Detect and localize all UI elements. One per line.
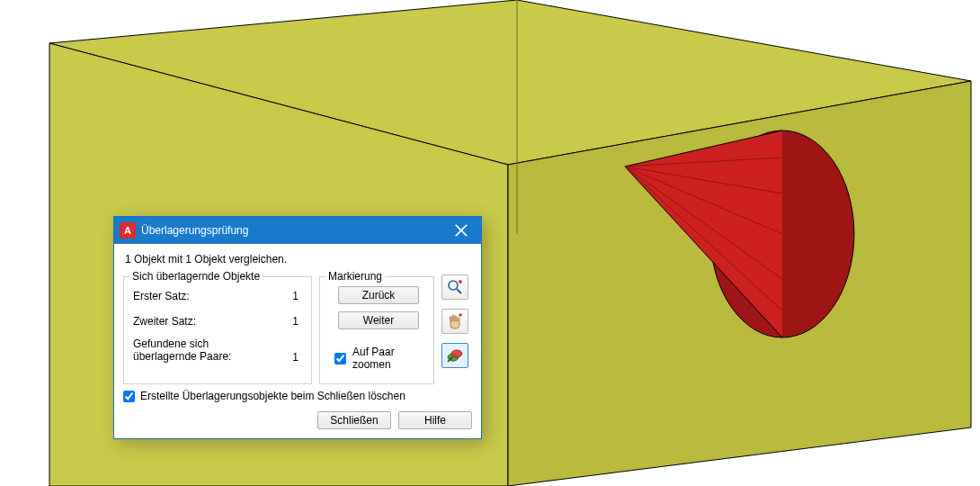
- app-icon: A: [120, 222, 136, 238]
- close-button[interactable]: Schließen: [317, 411, 391, 429]
- dialog-title: Überlagerungsprüfung: [141, 224, 441, 237]
- group-mark-legend: Markierung: [325, 270, 385, 283]
- second-set-label: Zweiter Satz:: [133, 315, 196, 328]
- second-set-value: 1: [292, 315, 302, 328]
- back-button[interactable]: Zurück: [338, 286, 419, 304]
- svg-line-12: [457, 289, 461, 293]
- first-set-label: Erster Satz:: [133, 290, 190, 302]
- delete-on-close-label: Erstellte Überlagerungsobjekte beim Schl…: [140, 390, 405, 402]
- next-button[interactable]: Weiter: [338, 311, 419, 329]
- magnifier-plus-icon: [446, 278, 464, 296]
- delete-on-close-checkbox[interactable]: [123, 391, 135, 402]
- group-overlap-legend: Sich überlagernde Objekte: [129, 270, 263, 283]
- zoom-pair-label: Auf Paar zoomen: [352, 346, 426, 371]
- pairs-found-label: Gefundene sich überlagernde Paare:: [133, 338, 231, 364]
- first-set-value: 1: [292, 290, 302, 302]
- zoom-extents-button[interactable]: [441, 274, 468, 300]
- highlight-pair-button[interactable]: [441, 343, 468, 368]
- group-marking: Markierung Zurück Weiter Auf Paar zoomen: [319, 276, 434, 384]
- zoom-pair-checkbox[interactable]: [334, 353, 346, 364]
- help-button[interactable]: Hilfe: [398, 411, 472, 429]
- hand-icon: [446, 312, 464, 330]
- status-text: 1 Objekt mit 1 Objekt vergleichen.: [125, 253, 472, 266]
- interference-highlight-icon: [446, 346, 464, 364]
- titlebar[interactable]: A Überlagerungsprüfung: [114, 217, 481, 244]
- svg-point-11: [449, 281, 458, 290]
- interference-check-dialog: A Überlagerungsprüfung 1 Objekt mit 1 Ob…: [113, 216, 482, 439]
- svg-point-18: [451, 350, 462, 357]
- pairs-found-value: 1: [292, 351, 302, 364]
- pan-button[interactable]: [441, 309, 468, 334]
- close-icon[interactable]: [441, 217, 481, 244]
- group-overlapping-objects: Sich überlagernde Objekte Erster Satz: 1…: [123, 276, 312, 384]
